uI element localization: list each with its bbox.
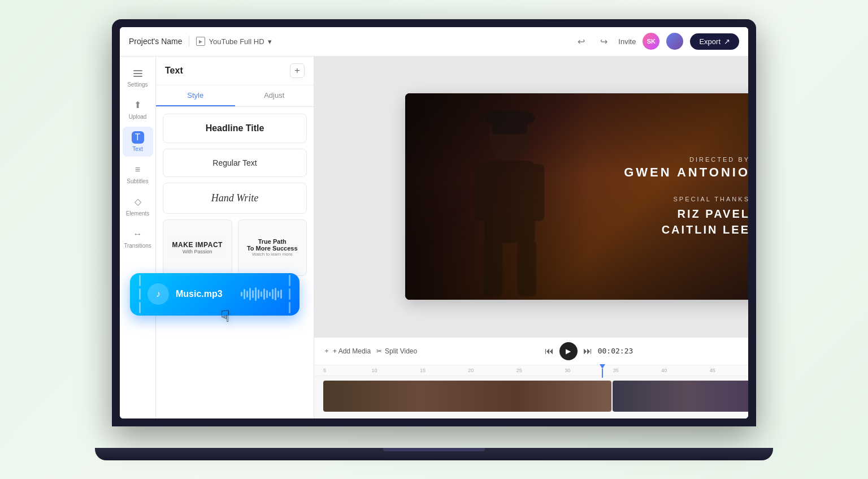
person-silhouette-svg: [439, 110, 580, 300]
upload-icon: ⬆: [132, 99, 144, 111]
canvas-viewport: DIRECTED BY GWEN ANTONIO SPECIAL THANKS …: [314, 57, 748, 337]
top-bar: Project's Name ▶ YouTube Full HD ▾ ↩ ↪ I…: [120, 27, 748, 57]
text-style-regular[interactable]: Regular Text: [163, 149, 307, 177]
ruler-mark-30: 30: [565, 368, 613, 373]
svg-rect-1: [484, 161, 535, 243]
handwrite-label: Hand Write: [211, 192, 259, 204]
time-display: 00:02:23: [598, 347, 633, 355]
timeline-center: ⏮ ▶ ⏭ 00:02:23: [545, 342, 633, 360]
ruler-mark-35: 35: [613, 368, 661, 373]
undo-button[interactable]: ↩: [573, 33, 589, 49]
playhead-arrow: [600, 364, 605, 369]
headline-label: Headline Title: [206, 123, 264, 133]
playhead[interactable]: [600, 364, 605, 378]
export-button[interactable]: Export ↗: [690, 33, 739, 50]
ruler-mark-20: 20: [468, 368, 516, 373]
text-style-headline[interactable]: Headline Title: [163, 114, 307, 143]
track-segment-1[interactable]: [323, 381, 611, 412]
transitions-icon: ↔: [132, 228, 144, 240]
invite-button[interactable]: Invite: [618, 37, 636, 46]
panel-content: Headline Title Regular Text Hand Write: [156, 107, 314, 418]
format-label: YouTube Full HD: [209, 37, 264, 46]
template-true-path[interactable]: True PathTo More Success Watch to learn …: [238, 219, 307, 276]
laptop-base: [95, 448, 773, 460]
svg-rect-7: [492, 115, 528, 135]
divider: [189, 36, 189, 47]
top-bar-left: Project's Name ▶ YouTube Full HD ▾: [129, 36, 573, 47]
svg-rect-4: [483, 240, 502, 296]
ruler-mark-5: 5: [323, 368, 371, 373]
user-avatar-sk: SK: [643, 33, 659, 50]
panel-title: Text: [165, 66, 183, 76]
user-avatar-img: [666, 33, 683, 50]
format-selector[interactable]: ▶ YouTube Full HD ▾: [196, 37, 271, 46]
export-label: Export: [699, 37, 721, 46]
sidebar-icons: Settings ⬆ Upload T Text ≡ Subtitles: [120, 57, 156, 418]
tab-adjust[interactable]: Adjust: [235, 85, 314, 106]
panel-add-button[interactable]: +: [290, 63, 305, 78]
prev-button[interactable]: ⏮: [545, 346, 554, 356]
elements-icon: ◇: [132, 196, 144, 208]
next-button[interactable]: ⏭: [583, 346, 592, 356]
canvas-area: DIRECTED BY GWEN ANTONIO SPECIAL THANKS …: [314, 57, 748, 418]
sidebar-item-label-elements: Elements: [126, 210, 150, 217]
sidebar-item-transitions[interactable]: ↔ Transitions: [123, 223, 153, 253]
music-filename: Music.mp3: [176, 289, 234, 299]
directed-by-label: DIRECTED BY: [624, 156, 748, 163]
subtitles-icon: ≡: [132, 163, 144, 176]
sidebar-item-elements[interactable]: ◇ Elements: [123, 191, 153, 221]
timeline-left: ＋ + Add Media ✂ Split Video: [323, 346, 538, 356]
sidebar-item-label-settings: Settings: [127, 81, 147, 88]
text-panel: Text + Style Adjust: [156, 57, 314, 418]
sidebar-item-upload[interactable]: ⬆ Upload: [123, 94, 153, 124]
text-style-handwrite[interactable]: Hand Write: [163, 183, 307, 214]
chevron-down-icon: ▾: [268, 37, 272, 46]
project-name[interactable]: Project's Name: [129, 37, 182, 46]
template-true-path-sub: Watch to learn more: [247, 252, 298, 257]
ruler-mark-15: 15: [420, 368, 468, 373]
special-thanks-label: SPECIAL THANKS: [624, 196, 748, 202]
timeline-right: 🔊 − Fit Timeline + 〜: [640, 345, 748, 357]
ruler-mark-10: 10: [371, 368, 419, 373]
timeline-controls: ＋ + Add Media ✂ Split Video ⏮: [314, 338, 748, 365]
sidebar-item-settings[interactable]: Settings: [123, 63, 153, 92]
cursor-hand: ☟: [220, 307, 230, 326]
panel-header: Text +: [156, 57, 314, 85]
sidebar-item-label-subtitles: Subtitles: [127, 178, 148, 184]
director-name: GWEN ANTONIO: [624, 165, 748, 180]
music-icon: ♪: [147, 283, 169, 305]
menu-icon: [131, 68, 145, 79]
redo-button[interactable]: ↪: [596, 33, 611, 49]
format-icon: ▶: [196, 37, 205, 46]
music-drag-card[interactable]: ♪ Music.mp3: [130, 273, 300, 316]
svg-rect-5: [517, 240, 536, 296]
template-make-impact-sub: With Passion: [172, 249, 223, 254]
ruler-mark-45: 45: [710, 368, 748, 373]
add-media-button[interactable]: ＋ + Add Media: [323, 346, 371, 356]
sidebar-item-label-transitions: Transitions: [124, 243, 151, 249]
share-icon: ↗: [724, 37, 730, 46]
tab-style[interactable]: Style: [156, 85, 235, 106]
track-segment-2[interactable]: [613, 381, 748, 412]
top-bar-right: ↩ ↪ Invite SK Export ↗: [573, 33, 739, 50]
add-icon: ＋: [323, 346, 330, 356]
regular-label: Regular Text: [212, 158, 257, 167]
play-button[interactable]: ▶: [559, 342, 578, 360]
sidebar-item-subtitles[interactable]: ≡ Subtitles: [123, 159, 153, 189]
drag-handle-right: [289, 275, 290, 313]
ruler-mark-25: 25: [517, 368, 565, 373]
playhead-line: [602, 369, 603, 378]
text-templates-grid: MAKE IMPACT With Passion True PathTo Mor…: [163, 219, 307, 276]
thanks-names: RIZ PAVEL CAITLIN LEE: [624, 206, 748, 238]
sidebar-item-text[interactable]: T Text: [123, 127, 153, 157]
thanks-name-2: CAITLIN LEE: [624, 222, 748, 238]
video-preview: DIRECTED BY GWEN ANTONIO SPECIAL THANKS …: [405, 93, 748, 300]
drag-handle-left: [139, 275, 141, 313]
timeline-section: ＋ + Add Media ✂ Split Video ⏮: [314, 337, 748, 418]
template-make-impact-main: MAKE IMPACT: [172, 241, 223, 249]
template-make-impact[interactable]: MAKE IMPACT With Passion: [163, 219, 232, 276]
sidebar-item-label-text: Text: [132, 146, 142, 152]
timeline-tracks: +: [314, 376, 748, 418]
video-text-content: DIRECTED BY GWEN ANTONIO SPECIAL THANKS …: [624, 156, 748, 238]
split-video-button[interactable]: ✂ Split Video: [376, 347, 417, 355]
